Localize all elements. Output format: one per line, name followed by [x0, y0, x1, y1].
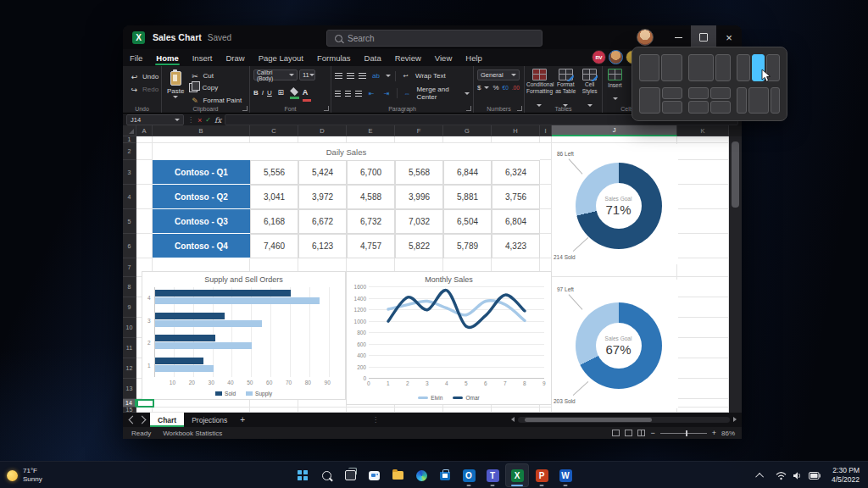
ribbon-tab-formulas[interactable]: Formulas [310, 51, 358, 66]
font-size-select[interactable]: 11 [299, 69, 315, 80]
ribbon-tab-help[interactable]: Help [459, 51, 489, 66]
row-header-7[interactable]: 7 [123, 258, 136, 277]
numbers-launcher-icon[interactable] [517, 106, 522, 111]
table-row-label[interactable]: Contoso - Q3 [153, 209, 250, 234]
align-bottom-icon[interactable] [359, 73, 366, 79]
taskbar-store-icon[interactable] [434, 464, 456, 486]
sheet-tab-chart[interactable]: Chart [150, 413, 184, 427]
taskbar-chat-icon[interactable] [363, 464, 385, 486]
table-cell[interactable]: 5,881 [443, 185, 492, 209]
taskbar-start-icon[interactable] [292, 464, 314, 486]
ribbon-tab-insert[interactable]: Insert [186, 51, 220, 66]
page-layout-view-icon[interactable] [625, 430, 632, 436]
table-cell[interactable]: 4,757 [347, 234, 395, 258]
table-cell[interactable]: 7,460 [250, 234, 298, 258]
scroll-left-icon[interactable] [511, 417, 515, 422]
next-sheet-icon[interactable] [138, 416, 147, 424]
bar-chart-supply-sell[interactable]: Supply and Sell Orders102030405060708090… [142, 271, 346, 400]
font-name-select[interactable]: Calibri (Body) [253, 69, 298, 80]
align-right-icon[interactable] [355, 91, 361, 97]
row-header-13[interactable]: 13 [123, 379, 136, 399]
hidden-icons-chevron[interactable] [755, 472, 764, 480]
underline-button[interactable]: U [267, 89, 272, 97]
table-cell[interactable]: 4,323 [492, 234, 540, 258]
row-header-9[interactable]: 9 [123, 297, 136, 318]
prev-sheet-icon[interactable] [129, 416, 137, 424]
horizontal-scrollbar-thumb[interactable] [525, 418, 652, 422]
font-color-button[interactable]: A [303, 83, 311, 102]
indent-increase-icon[interactable]: ⇥ [381, 88, 392, 99]
weather-widget[interactable]: 71°F Sunny [7, 462, 42, 488]
name-box[interactable]: J14 [126, 114, 184, 125]
table-cell[interactable]: 3,041 [250, 185, 298, 209]
speaker-icon[interactable] [793, 471, 803, 480]
taskbar-outlook-icon[interactable]: O [458, 464, 480, 486]
increase-decimal-button[interactable]: €0 [503, 85, 509, 91]
redo-button[interactable]: ↪ Redo [129, 84, 161, 95]
taskbar-edge-icon[interactable] [410, 464, 432, 486]
wifi-icon[interactable] [776, 471, 787, 480]
table-row-label[interactable]: Contoso - Q1 [153, 160, 250, 185]
row-header-8[interactable]: 8 [123, 277, 136, 297]
table-cell[interactable]: 7,032 [395, 209, 443, 234]
add-sheet-button[interactable]: + [240, 415, 245, 424]
snap-layout-three-wide-middle[interactable] [737, 87, 780, 114]
taskbar-file-explorer-icon[interactable] [387, 464, 409, 486]
page-break-view-icon[interactable] [637, 430, 645, 436]
insert-function-icon[interactable]: fx [214, 116, 221, 125]
taskbar-word-icon[interactable]: W [554, 464, 576, 486]
column-header-J[interactable]: J [552, 125, 677, 136]
column-header-C[interactable]: C [250, 125, 298, 136]
column-header-H[interactable]: H [492, 125, 540, 136]
copy-button[interactable]: Copy [189, 83, 242, 92]
row-header-5[interactable]: 5 [123, 209, 136, 234]
table-cell[interactable]: 6,504 [443, 209, 492, 234]
column-header-K[interactable]: K [677, 125, 729, 136]
italic-button[interactable]: I [262, 89, 264, 97]
search-box[interactable]: Search [326, 30, 542, 47]
ribbon-tab-page-layout[interactable]: Page Layout [252, 51, 310, 66]
collaborator-badge[interactable]: RV [592, 50, 606, 64]
table-cell[interactable]: 6,168 [250, 209, 298, 234]
workbook-statistics[interactable]: Workbook Statistics [163, 430, 222, 437]
currency-button[interactable]: $ [477, 84, 481, 92]
row-header-6[interactable]: 6 [123, 234, 136, 258]
table-cell[interactable]: 4,588 [347, 185, 395, 209]
table-cell[interactable]: 5,424 [298, 160, 347, 185]
column-header-B[interactable]: B [153, 125, 250, 136]
taskbar-excel-icon[interactable]: X [505, 463, 529, 487]
column-header-A[interactable]: A [136, 125, 153, 136]
align-middle-icon[interactable] [347, 73, 354, 79]
zoom-level[interactable]: 86% [721, 430, 735, 437]
paste-dropdown[interactable] [173, 96, 178, 98]
line-chart-monthly-sales[interactable]: Monthly Sales160014001200100080060040020… [346, 271, 552, 405]
align-left-icon[interactable] [335, 91, 341, 97]
wrap-text-button[interactable]: Wrap Text [415, 72, 446, 80]
zoom-slider[interactable] [660, 433, 707, 434]
row-header-12[interactable]: 12 [123, 358, 136, 379]
taskbar-powerpoint-icon[interactable]: P [531, 464, 553, 486]
scroll-right-icon[interactable] [733, 417, 737, 422]
row-header-1[interactable]: 1 [123, 136, 136, 143]
ribbon-tab-view[interactable]: View [428, 51, 459, 66]
borders-button[interactable]: ⊞ [275, 87, 287, 98]
table-cell[interactable]: 6,324 [492, 160, 540, 185]
format-painter-button[interactable]: ✎ Format Paint [189, 95, 242, 106]
taskbar-search-icon[interactable] [315, 464, 337, 486]
sheet-tab-projections[interactable]: Projections [184, 413, 235, 427]
row-header-11[interactable]: 11 [123, 338, 136, 358]
table-row-label[interactable]: Contoso - Q2 [153, 185, 250, 209]
table-cell[interactable]: 3,996 [395, 185, 443, 209]
ribbon-tab-data[interactable]: Data [358, 51, 388, 66]
collaborator-avatar[interactable] [609, 50, 623, 64]
row-header-4[interactable]: 4 [123, 185, 136, 209]
sheet-grid[interactable]: Daily SalesContoso - Q15,5565,4246,7005,… [136, 136, 729, 413]
table-cell[interactable]: 6,732 [347, 209, 395, 234]
indent-decrease-icon[interactable]: ⇤ [366, 88, 377, 99]
snap-layout-two-halves[interactable] [639, 54, 682, 81]
zoom-slider-thumb[interactable] [686, 430, 688, 436]
donut-chart-q[interactable]: Sales Goal71%86 Left214 Sold [552, 144, 678, 264]
select-all-corner[interactable] [123, 125, 136, 136]
minimize-button[interactable] [665, 25, 691, 49]
table-cell[interactable]: 6,844 [443, 160, 492, 185]
